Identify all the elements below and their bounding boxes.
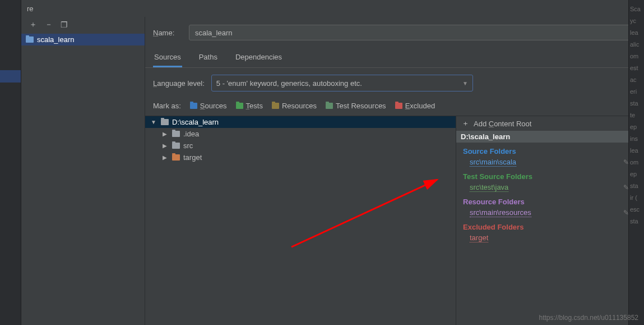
expand-icon[interactable]: ▼ (150, 119, 157, 125)
plus-icon: ＋ (462, 118, 469, 129)
background-right-strip: Sca ycleaalic omestac eristate epinslea … (628, 0, 644, 325)
excluded-folder-icon (395, 103, 402, 109)
tree-item-label: .idea (183, 130, 199, 138)
mark-excluded[interactable]: Excluded (395, 102, 435, 110)
excluded-folders-label: Excluded Folders (456, 218, 644, 232)
test-folder-item[interactable]: src\test\java ✎✕ (456, 182, 644, 193)
tab-paths[interactable]: Paths (198, 49, 219, 67)
folder-path: target (470, 234, 488, 242)
remove-icon[interactable]: － (45, 20, 53, 30)
module-tabs: Sources Paths Dependencies (145, 49, 644, 67)
expand-icon[interactable]: ▶ (161, 131, 169, 137)
folder-path: src\main\scala (470, 158, 516, 167)
folder-icon (161, 119, 169, 125)
sidebar-toolbar: ＋ － ❐ (21, 17, 145, 33)
tab-dependencies[interactable]: Dependencies (234, 49, 283, 67)
modules-sidebar: ＋ － ❐ scala_learn (21, 17, 145, 325)
add-content-root-button[interactable]: ＋ Add Content Root (456, 116, 644, 131)
language-level-label: Language level: (153, 79, 205, 88)
chevron-down-icon: ▼ (462, 80, 468, 86)
tree-item-idea[interactable]: ▶ .idea (145, 128, 456, 140)
module-list: scala_learn (21, 33, 145, 325)
module-folder-icon (26, 36, 34, 43)
dialog-titlebar: re ✕ (21, 0, 644, 17)
folder-icon (172, 131, 180, 137)
tests-folder-icon (236, 103, 243, 109)
resource-folders-label: Resource Folders (456, 193, 644, 207)
content-root-header: D:\scala_learn ✕ (456, 131, 644, 143)
module-content: Name: Sources Paths Dependencies Languag… (145, 17, 644, 325)
source-folders-label: Source Folders (456, 143, 644, 157)
excluded-folder-item[interactable]: target ✕ (456, 232, 644, 244)
mark-resources[interactable]: Resources (272, 102, 317, 110)
sources-folder-icon (190, 103, 197, 109)
folder-icon (172, 154, 180, 161)
content-root-path: D:\scala_learn (461, 132, 510, 141)
test-folders-label: Test Source Folders (456, 168, 644, 182)
directory-tree: ▼ D:\scala_learn ▶ .idea ▶ src (145, 116, 456, 325)
module-name-input[interactable] (189, 25, 636, 40)
tree-item-label: src (183, 141, 193, 150)
tabs-divider (145, 67, 644, 68)
resource-folder-item[interactable]: src\main\resources ✎✕ (456, 207, 644, 218)
mark-test-resources[interactable]: Test Resources (326, 102, 386, 110)
language-level-value: 5 - 'enum' keyword, generics, autoboxing… (216, 79, 362, 88)
mark-sources[interactable]: Sources (190, 102, 227, 110)
background-selection (0, 70, 21, 83)
copy-icon[interactable]: ❐ (61, 20, 68, 29)
mark-as-row: Mark as: Sources Tests Resources Test Re… (145, 99, 644, 116)
expand-icon[interactable]: ▶ (161, 143, 169, 149)
add-icon[interactable]: ＋ (29, 20, 37, 30)
name-label: Name: (153, 29, 182, 37)
dialog-title: re (27, 4, 34, 13)
folder-path: src\main\resources (470, 208, 531, 217)
source-folder-item[interactable]: src\main\scala ✎✕ (456, 157, 644, 168)
resources-folder-icon (272, 103, 279, 109)
module-label: scala_learn (37, 35, 75, 44)
content-roots-panel: ＋ Add Content Root D:\scala_learn ✕ Sour… (456, 116, 644, 325)
tree-item-label: target (183, 153, 202, 162)
folder-path: src\test\java (470, 183, 508, 192)
project-structure-dialog: re ✕ ＋ － ❐ scala_learn Name: (21, 0, 644, 325)
tree-item-target[interactable]: ▶ target (145, 152, 456, 163)
tab-sources[interactable]: Sources (153, 49, 182, 67)
mark-tests[interactable]: Tests (236, 102, 263, 110)
mark-as-label: Mark as: (153, 102, 181, 110)
folder-icon (172, 143, 180, 149)
language-level-dropdown[interactable]: 5 - 'enum' keyword, generics, autoboxing… (211, 75, 473, 91)
module-item-scala-learn[interactable]: scala_learn (21, 34, 145, 45)
tree-root-label: D:\scala_learn (172, 118, 219, 126)
tree-item-src[interactable]: ▶ src (145, 140, 456, 152)
test-resources-folder-icon (326, 103, 333, 109)
tree-root[interactable]: ▼ D:\scala_learn (145, 116, 456, 128)
background-left-strip (0, 0, 21, 325)
expand-icon[interactable]: ▶ (161, 154, 169, 161)
